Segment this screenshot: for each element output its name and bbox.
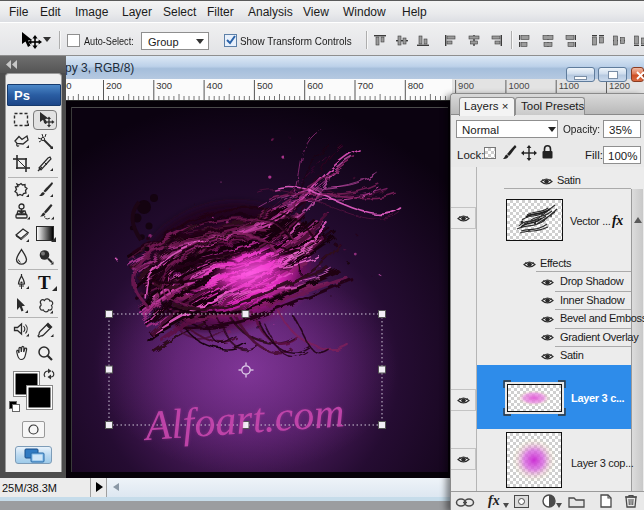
svg-text:400: 400 (207, 80, 223, 91)
svg-text:600: 600 (307, 80, 323, 91)
svg-text:200: 200 (106, 80, 122, 91)
svg-text:300: 300 (156, 80, 172, 91)
svg-text:800: 800 (408, 80, 424, 91)
svg-text:500: 500 (257, 80, 273, 91)
svg-text:700: 700 (358, 80, 374, 91)
